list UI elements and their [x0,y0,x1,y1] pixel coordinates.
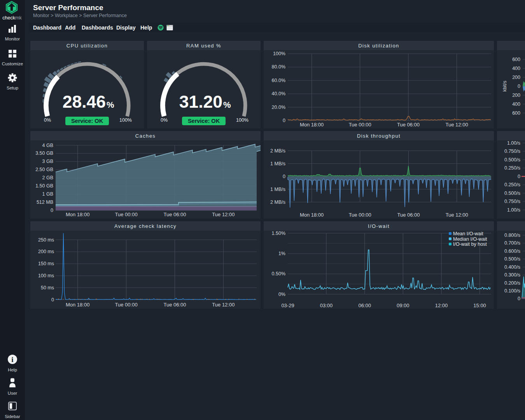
svg-text:1 MB/s: 1 MB/s [270,161,285,166]
svg-text:12:00: 12:00 [435,303,448,308]
svg-text:100%: 100% [119,117,132,123]
svg-text:Median I/O-wait: Median I/O-wait [453,236,487,242]
svg-text:3 GB: 3 GB [42,159,54,164]
svg-text:%: % [223,100,231,110]
svg-text:100%: 100% [236,117,248,123]
svg-text:200 ms: 200 ms [38,249,54,254]
svg-text:Tue 12:00: Tue 12:00 [446,122,468,128]
svg-text:40.0%: 40.0% [272,91,285,96]
svg-text:Customize: Customize [2,61,23,66]
svg-text:0.500/s: 0.500/s [504,157,520,163]
svg-text:100%: 100% [273,51,285,56]
svg-text:4 GB: 4 GB [42,143,54,148]
svg-text:Tue 00:00: Tue 00:00 [349,212,371,218]
svg-text:Monitor: Monitor [5,37,20,41]
svg-text:0.500/s: 0.500/s [504,256,520,262]
svg-text:600: 600 [512,57,520,62]
svg-text:Tue 00:00: Tue 00:00 [115,212,138,217]
svg-text:80.0%: 80.0% [272,64,285,70]
svg-text:600: 600 [512,110,520,116]
svg-text:31.20: 31.20 [179,92,222,111]
svg-text:1.00/s: 1.00/s [507,140,520,146]
svg-text:User: User [8,391,17,396]
svg-text:0: 0 [283,118,285,123]
svg-text:0: 0 [51,297,54,303]
svg-text:0: 0 [518,84,520,89]
svg-text:Tue 00:00: Tue 00:00 [349,122,371,128]
svg-text:2 GB: 2 GB [42,175,54,180]
svg-text:i: i [11,355,13,364]
svg-text:50 ms: 50 ms [41,285,54,290]
svg-text:Mon 18:00: Mon 18:00 [66,212,89,217]
svg-text:2 MB/s: 2 MB/s [270,148,285,154]
svg-text:Mon 18:00: Mon 18:00 [66,302,89,308]
svg-text:200: 200 [512,75,520,80]
svg-text:0.300/s: 0.300/s [504,272,520,278]
svg-text:Tue 12:00: Tue 12:00 [212,212,234,217]
svg-text:03:00: 03:00 [320,303,333,308]
svg-text:Service: OK: Service: OK [71,118,103,124]
svg-text:0%: 0% [44,117,51,123]
svg-text:1.00/s: 1.00/s [507,207,520,213]
svg-text:0.700/s: 0.700/s [504,240,520,246]
svg-text:0.200/s: 0.200/s [504,280,520,286]
svg-text:0.50%: 0.50% [272,271,285,276]
svg-text:Mon 18:00: Mon 18:00 [300,212,324,218]
svg-text:0: 0 [518,174,520,179]
svg-text:%: % [107,100,114,110]
svg-text:150 ms: 150 ms [38,261,54,266]
svg-text:0.500/s: 0.500/s [504,191,520,196]
svg-text:0: 0 [51,208,53,213]
svg-text:0.100/s: 0.100/s [504,288,520,294]
svg-text:Tue 12:00: Tue 12:00 [212,302,234,308]
svg-text:Help: Help [8,368,17,372]
svg-text:200: 200 [512,93,520,98]
svg-text:0.250/s: 0.250/s [504,182,520,187]
svg-text:28.46: 28.46 [63,92,106,111]
svg-text:0.800/s: 0.800/s [504,233,520,238]
svg-text:60.0%: 60.0% [272,78,285,83]
svg-text:3.50 GB: 3.50 GB [35,150,53,156]
svg-text:Sidebar: Sidebar [5,414,20,419]
svg-text:100 ms: 100 ms [38,273,54,278]
svg-text:400: 400 [512,102,520,107]
svg-text:Mon 18:00: Mon 18:00 [300,122,324,128]
svg-text:250 ms: 250 ms [38,237,54,243]
svg-text:400: 400 [512,66,520,71]
svg-text:0%: 0% [161,117,168,123]
svg-text:03-29: 03-29 [281,303,294,308]
svg-text:0.400/s: 0.400/s [504,264,520,270]
svg-text:1.50 GB: 1.50 GB [35,183,53,189]
svg-text:1 MB/s: 1 MB/s [270,187,285,192]
svg-text:512 MB: 512 MB [37,200,53,205]
svg-text:Tue 06:00: Tue 06:00 [397,122,420,128]
svg-text:Tue 06:00: Tue 06:00 [163,302,186,308]
svg-text:Service: OK: Service: OK [188,118,220,124]
svg-text:06:00: 06:00 [358,303,371,308]
svg-text:2 MB/s: 2 MB/s [270,200,285,205]
svg-text:20.0%: 20.0% [272,105,285,110]
svg-text:1.50%: 1.50% [272,231,285,236]
svg-text:0.750/s: 0.750/s [504,149,520,154]
svg-text:Tue 12:00: Tue 12:00 [446,212,468,218]
svg-text:checkmk: checkmk [2,15,22,21]
svg-text:0: 0 [518,296,520,301]
svg-text:Mean I/O-wait: Mean I/O-wait [453,231,483,236]
svg-text:0%: 0% [278,292,285,297]
svg-text:I/O-wait by host: I/O-wait by host [453,242,487,247]
svg-text:Tue 06:00: Tue 06:00 [163,212,186,217]
svg-text:0.250/s: 0.250/s [504,165,520,171]
svg-text:0.750/s: 0.750/s [504,199,520,204]
svg-text:2.50 GB: 2.50 GB [35,167,53,172]
svg-text:0: 0 [283,174,285,179]
svg-text:1%: 1% [278,251,285,256]
svg-text:kbit/s: kbit/s [502,81,508,92]
svg-text:Tue 06:00: Tue 06:00 [397,212,420,218]
svg-text:Tue 00:00: Tue 00:00 [115,302,138,308]
svg-text:15:00: 15:00 [473,303,486,308]
svg-text:Setup: Setup [7,86,18,90]
svg-text:0.600/s: 0.600/s [504,248,520,254]
svg-text:09:00: 09:00 [397,303,410,308]
svg-text:1 GB: 1 GB [42,191,54,197]
